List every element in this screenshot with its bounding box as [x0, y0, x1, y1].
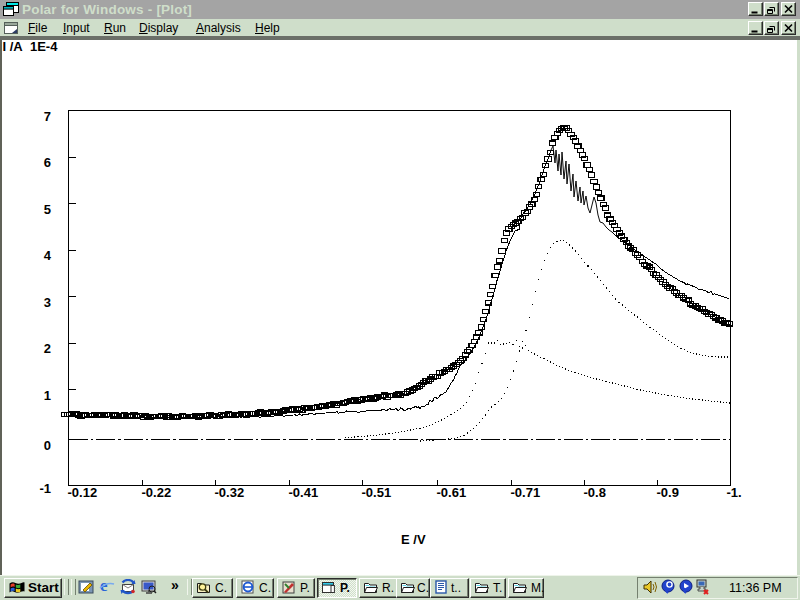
svg-text:-0.71: -0.71 [511, 485, 541, 500]
svg-text:E /V: E /V [401, 532, 426, 547]
svg-text:-0.8: -0.8 [584, 485, 606, 500]
svg-text:5: 5 [44, 202, 51, 217]
svg-text:1: 1 [44, 388, 51, 403]
svg-text:I /A 1E-4: I /A 1E-4 [3, 40, 59, 54]
svg-text:-0.61: -0.61 [437, 485, 467, 500]
svg-text:-0.51: -0.51 [362, 485, 392, 500]
svg-text:-0.9: -0.9 [657, 485, 679, 500]
svg-text:7: 7 [44, 109, 51, 124]
svg-text:3: 3 [44, 295, 51, 310]
svg-text:-0.12: -0.12 [68, 485, 98, 500]
svg-text:6: 6 [44, 155, 51, 170]
svg-text:-1.: -1. [727, 485, 742, 500]
svg-text:-0.41: -0.41 [289, 485, 319, 500]
svg-text:-1: -1 [39, 481, 51, 496]
svg-text:2: 2 [44, 341, 51, 356]
svg-text:-0.32: -0.32 [215, 485, 245, 500]
svg-text:4: 4 [44, 248, 52, 263]
svg-text:0: 0 [44, 438, 51, 453]
svg-text:-0.22: -0.22 [142, 485, 172, 500]
